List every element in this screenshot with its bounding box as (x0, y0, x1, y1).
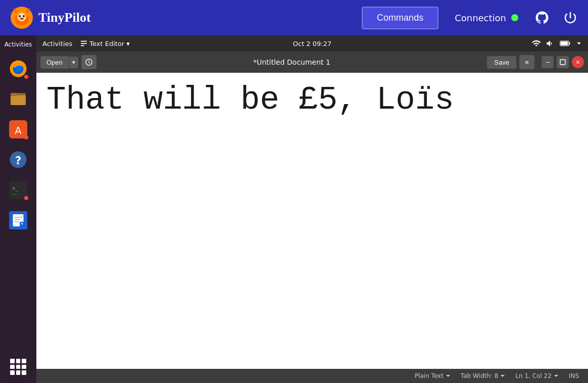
svg-rect-31 (81, 43, 87, 44)
save-button[interactable]: Save (487, 56, 516, 69)
wifi-icon (531, 39, 541, 48)
gedit-icon (9, 211, 27, 229)
commands-button[interactable]: Commands (362, 7, 438, 29)
position-label: Ln 1, Col 22 (515, 372, 552, 379)
svg-point-11 (15, 66, 21, 72)
svg-text:A: A (15, 125, 22, 136)
power-icon (563, 10, 578, 25)
taskbar-software[interactable]: A (5, 116, 31, 142)
svg-rect-14 (11, 93, 18, 96)
files-icon (9, 90, 27, 108)
power-button[interactable] (563, 10, 578, 25)
github-button[interactable] (534, 10, 550, 25)
github-icon (534, 10, 550, 25)
app-menu-button[interactable]: Text Editor ▾ (80, 40, 129, 47)
plain-text-dropdown-icon (446, 373, 451, 378)
taskbar-bottom (7, 356, 29, 378)
position-dropdown-icon (554, 373, 559, 378)
svg-rect-35 (569, 42, 570, 45)
taskbar-firefox[interactable] (5, 56, 31, 82)
recent-files-button[interactable] (81, 55, 96, 69)
minimize-button[interactable]: − (542, 56, 554, 68)
gedit-statusbar: Plain Text Tab Width: 8 Ln 1, Col 22 (36, 369, 588, 383)
show-all-apps-button[interactable] (7, 356, 29, 378)
firefox-notif (24, 75, 28, 79)
connection-label: Connection (455, 13, 506, 23)
svg-rect-34 (561, 41, 568, 45)
insert-mode: INS (566, 371, 582, 380)
tinypilot-header: TinyPilot Commands Connection (0, 0, 588, 35)
software-notif (24, 135, 28, 139)
close-button[interactable]: × (572, 56, 584, 68)
svg-rect-30 (81, 41, 87, 42)
svg-point-6 (19, 15, 21, 17)
volume-icon (546, 39, 555, 48)
svg-point-7 (23, 15, 25, 17)
window-controls: − × (542, 56, 584, 68)
taskbar-help[interactable]: ? (5, 147, 31, 173)
taskbar-terminal[interactable]: _ >_ (5, 177, 31, 203)
plain-text-selector[interactable]: Plain Text (412, 371, 454, 380)
tab-width-dropdown-icon (500, 373, 505, 378)
system-menu-dropdown-icon (576, 40, 582, 46)
system-bar-right (531, 39, 582, 48)
gedit-toolbar: Open ▾ *Untitled Document 1 Save ≡ − (36, 52, 588, 73)
svg-point-5 (18, 13, 26, 21)
taskbar-files[interactable] (5, 86, 31, 112)
hamburger-menu-button[interactable]: ≡ (519, 55, 534, 69)
terminal-notif (24, 196, 28, 200)
logo-text: TinyPilot (38, 10, 91, 25)
help-icon: ? (9, 151, 27, 169)
taskbar-gedit[interactable] (5, 207, 31, 233)
open-button[interactable]: Open (40, 56, 69, 69)
document-text: That will be £5, Loïs (46, 81, 578, 120)
tinypilot-logo-icon (10, 6, 33, 29)
svg-rect-32 (81, 45, 84, 46)
app-menu-dropdown: ▾ (126, 40, 130, 47)
gedit-content[interactable]: That will be £5, Loïs (36, 73, 588, 369)
app-menu-label: Text Editor (89, 40, 124, 47)
svg-text:>_: >_ (12, 185, 19, 192)
desktop: Activities Text Editor ▾ Oct 2 09:27 (36, 35, 588, 383)
recent-files-icon (85, 58, 93, 66)
svg-text:?: ? (15, 155, 21, 167)
cursor-position[interactable]: Ln 1, Col 22 (512, 371, 562, 380)
maximize-icon (560, 59, 566, 65)
ubuntu-taskbar: Activities A (0, 35, 36, 383)
svg-rect-36 (560, 60, 565, 65)
tab-width-selector[interactable]: Tab Width: 8 (458, 371, 508, 380)
system-time: Oct 2 09:27 (293, 40, 331, 47)
open-button-group: Open ▾ (40, 56, 78, 69)
main-content: Activities A (0, 35, 588, 383)
svg-rect-13 (11, 95, 26, 106)
battery-icon (560, 39, 571, 47)
connection-area: Connection (455, 13, 518, 23)
tab-width-label: Tab Width: 8 (461, 372, 498, 379)
system-bar: Activities Text Editor ▾ Oct 2 09:27 (36, 35, 588, 52)
ins-label: INS (569, 372, 579, 379)
svg-point-8 (20, 18, 24, 20)
gedit-title: *Untitled Document 1 (100, 58, 484, 66)
plain-text-label: Plain Text (415, 372, 444, 379)
text-editor-menu-icon (80, 40, 87, 47)
open-dropdown-button[interactable]: ▾ (69, 57, 78, 68)
gedit-window: Activities Text Editor ▾ Oct 2 09:27 (36, 35, 588, 383)
taskbar-activities-label[interactable]: Activities (0, 35, 36, 54)
maximize-button[interactable] (557, 56, 569, 68)
activities-button[interactable]: Activities (42, 40, 72, 47)
connection-status-dot (511, 14, 518, 21)
logo-area: TinyPilot (10, 6, 91, 29)
